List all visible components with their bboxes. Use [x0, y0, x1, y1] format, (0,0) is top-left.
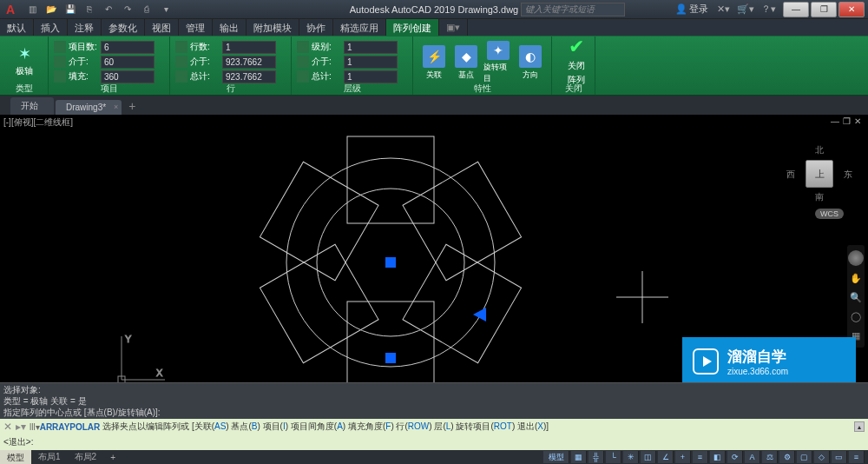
viewcube[interactable]: 上 北 南 东 西: [792, 146, 847, 202]
command-input-line[interactable]: ✕ ▸▾ lll▾ ARRAYPOLAR 选择夹点以编辑阵列或 [关联(AS) …: [0, 419, 868, 434]
qat-undo-icon[interactable]: ↶: [101, 2, 116, 17]
st-workspace-icon[interactable]: ⚙: [779, 451, 795, 463]
qat-dropdown-icon[interactable]: ▾: [158, 2, 174, 17]
tab-default[interactable]: 默认: [0, 19, 34, 36]
panel-props-title: 特性: [413, 83, 551, 95]
basepoint-button[interactable]: ◆基点: [450, 40, 483, 85]
level-count-input[interactable]: [344, 41, 398, 54]
st-ortho-icon[interactable]: └: [606, 451, 621, 463]
st-anno-icon[interactable]: A: [745, 451, 760, 463]
st-custom-icon[interactable]: ≡: [849, 451, 865, 463]
tab-featured[interactable]: 精选应用: [333, 19, 386, 36]
level-total-input[interactable]: [344, 70, 398, 83]
drawing-canvas[interactable]: [-][俯视][二维线框] — ❐ ✕: [0, 115, 868, 422]
qat-saveas-icon[interactable]: ⎘: [82, 2, 97, 17]
st-otrack-icon[interactable]: ∠: [658, 451, 674, 463]
st-dyn-icon[interactable]: +: [675, 451, 691, 463]
tab-annotate[interactable]: 注释: [68, 19, 102, 36]
st-model-label[interactable]: 模型: [543, 451, 569, 463]
tab-output[interactable]: 输出: [213, 19, 247, 36]
tab-addins[interactable]: 附加模块: [247, 19, 299, 36]
command-history: 选择对象: 类型 = 极轴 关联 = 是 指定阵列的中心点或 [基点(B)/旋转…: [0, 382, 868, 419]
cart-icon[interactable]: 🛒▾: [737, 3, 754, 15]
model-tab[interactable]: 模型: [0, 450, 31, 464]
maximize-button[interactable]: ❐: [811, 2, 837, 17]
panel-rows: 行数: 介于: 总计: 行: [170, 36, 292, 95]
rows-count-input[interactable]: [222, 41, 276, 54]
close-array-button[interactable]: ✔ 关闭 阵列: [557, 38, 595, 83]
crosshair-cursor: [616, 271, 668, 323]
steering-wheel-icon[interactable]: [848, 250, 864, 266]
navigation-bar: ✋ 🔍 ◯ ▦: [847, 245, 865, 348]
exchange-icon[interactable]: ✕▾: [717, 3, 730, 15]
app-logo[interactable]: A: [0, 0, 21, 19]
rows-between-input[interactable]: [222, 56, 276, 69]
tab-array-create[interactable]: 阵列创建: [386, 19, 439, 36]
assoc-button[interactable]: ⚡关联: [418, 40, 450, 85]
layout2-tab[interactable]: 布局2: [68, 449, 104, 464]
qat-print-icon[interactable]: ⎙: [139, 2, 155, 17]
qat-redo-icon[interactable]: ↷: [120, 2, 135, 17]
title-bar: A ▥ 📂 💾 ⎘ ↶ ↷ ⎙ ▾ Autodesk AutoCAD 2019 …: [0, 0, 868, 19]
rows-total-input[interactable]: [222, 70, 276, 83]
ribbon: ✶ 极轴 类型 项目数: 介于: 填充: 项目 行数: 介于: 总计: 行 级别…: [0, 36, 868, 96]
tab-manage[interactable]: 管理: [179, 19, 213, 36]
array-type-button[interactable]: ✶ 极轴: [5, 38, 43, 83]
status-bar: 模型 布局1 布局2 + 模型 ▦ ╬ └ ✳ ◫ ∠ + ≡ ◧ ⟳ A ⚖ …: [0, 450, 868, 464]
user-icon[interactable]: 👤: [675, 3, 687, 15]
level-total-icon: [297, 70, 309, 83]
watermark-url: zixue.3d66.com: [727, 367, 788, 376]
help-search-input[interactable]: 键入关键字或短语: [521, 3, 625, 17]
layout1-tab[interactable]: 布局1: [31, 449, 68, 464]
st-clean-icon[interactable]: ▭: [832, 451, 847, 463]
st-monitor-icon[interactable]: ▢: [797, 451, 812, 463]
tab-drawing3[interactable]: Drawing3*×: [56, 100, 122, 115]
tab-collab[interactable]: 协作: [299, 19, 333, 36]
tab-start[interactable]: 开始: [10, 97, 54, 115]
st-osnap-icon[interactable]: ◫: [641, 451, 656, 463]
items-fill-input[interactable]: [101, 70, 155, 83]
new-tab-button[interactable]: +: [123, 97, 141, 115]
st-grid-icon[interactable]: ▦: [571, 451, 587, 463]
st-polar-icon[interactable]: ✳: [623, 451, 639, 463]
login-link[interactable]: 登录: [689, 3, 708, 16]
panel-close-title: 关闭: [552, 83, 595, 95]
cmd-expand-icon[interactable]: ▴: [854, 421, 865, 432]
viewcube-south[interactable]: 南: [815, 191, 824, 203]
layout-add-button[interactable]: +: [103, 451, 122, 464]
qat-new-icon[interactable]: ▥: [24, 2, 40, 17]
tab-view[interactable]: 视图: [145, 19, 179, 36]
viewcube-top-face[interactable]: 上: [806, 160, 833, 188]
zoom-icon[interactable]: 🔍: [850, 292, 862, 304]
viewcube-north[interactable]: 北: [815, 144, 824, 156]
qat-save-icon[interactable]: 💾: [62, 2, 78, 17]
rotate-items-button[interactable]: ✦旋转项目: [483, 40, 515, 85]
close-button[interactable]: ✕: [838, 2, 865, 17]
tab-close-icon[interactable]: ×: [114, 103, 118, 111]
cmd-options: [关联(AS) 基点(B) 项目(I) 项目间角度(A) 填充角度(F) 行(R…: [192, 421, 549, 433]
help-icon[interactable]: ？▾: [761, 3, 776, 16]
cmd-cross-icon[interactable]: ✕: [3, 421, 12, 433]
direction-button[interactable]: ◐方向: [514, 40, 546, 85]
wcs-badge[interactable]: WCS: [815, 209, 844, 219]
pan-icon[interactable]: ✋: [850, 273, 862, 285]
st-lwt-icon[interactable]: ≡: [693, 451, 708, 463]
polar-array-icon: ✶: [18, 44, 31, 63]
minimize-button[interactable]: —: [783, 2, 809, 17]
st-cycling-icon[interactable]: ⟳: [727, 451, 743, 463]
st-iso-icon[interactable]: ◇: [814, 451, 830, 463]
qat-open-icon[interactable]: 📂: [43, 2, 59, 17]
viewcube-west[interactable]: 西: [786, 169, 795, 181]
st-transparency-icon[interactable]: ◧: [710, 451, 726, 463]
items-between-input[interactable]: [101, 56, 155, 69]
tab-parametric[interactable]: 参数化: [102, 19, 145, 36]
level-between-input[interactable]: [344, 56, 398, 69]
tab-expand-icon[interactable]: ▣▾: [439, 19, 468, 36]
tab-insert[interactable]: 插入: [34, 19, 68, 36]
rows-total-label: 总计:: [190, 70, 220, 83]
st-snap-icon[interactable]: ╬: [589, 451, 604, 463]
items-count-input[interactable]: [101, 41, 155, 54]
viewcube-east[interactable]: 东: [844, 169, 852, 181]
st-scale-icon[interactable]: ⚖: [762, 451, 778, 463]
orbit-icon[interactable]: ◯: [850, 311, 862, 323]
